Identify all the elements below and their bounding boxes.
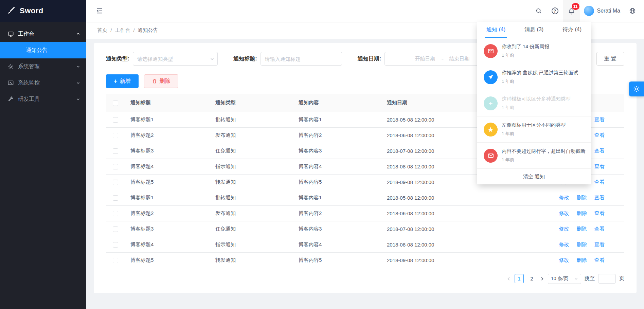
cell-title: 博客标题2 — [125, 127, 210, 143]
notification-badge: 11 — [572, 3, 579, 10]
view-link[interactable]: 查看 — [594, 116, 605, 122]
tab-notice[interactable]: 通知 (4) — [477, 22, 515, 38]
filter-type-label: 通知类型: — [106, 55, 129, 62]
notification-body: 这种模板可以区分多种通知类型 1 年前 — [502, 96, 588, 111]
cell-date: 2018-07-08 12:00:00 — [381, 221, 504, 237]
chevron-down-icon — [76, 97, 80, 101]
prev-page-icon[interactable] — [506, 276, 511, 281]
row-checkbox[interactable] — [113, 164, 118, 169]
notification-text: 你推荐的 曲妮妮 已通过第三轮面试 — [502, 70, 588, 76]
page-size-select[interactable]: 10 条/页 — [548, 274, 581, 284]
sidebar-item-label: 系统管理 — [18, 63, 40, 70]
view-link[interactable]: 查看 — [594, 179, 605, 185]
plus-glyph: + — [488, 100, 493, 107]
sidebar-item-system-mgmt[interactable]: 系统管理 — [0, 58, 86, 75]
cell-type: 发布通知 — [210, 127, 293, 143]
delete-link[interactable]: 删除 — [577, 257, 587, 263]
notification-item-read[interactable]: + 这种模板可以区分多种通知类型 1 年前 — [477, 90, 591, 116]
edit-link[interactable]: 修改 — [559, 226, 569, 232]
sidebar-item-notice-active[interactable]: 通知公告 — [0, 42, 86, 58]
view-link[interactable]: 查看 — [594, 226, 605, 232]
cell-content: 博客内容5 — [293, 174, 381, 190]
sidebar-item-dev-tools[interactable]: 研发工具 — [0, 91, 86, 107]
row-checkbox[interactable] — [113, 211, 118, 216]
view-link[interactable]: 查看 — [594, 257, 605, 263]
tab-todo[interactable]: 待办 (4) — [553, 22, 591, 38]
row-checkbox[interactable] — [113, 195, 118, 201]
notice-type-select-input[interactable] — [133, 52, 218, 66]
edit-link[interactable]: 修改 — [559, 210, 569, 216]
notification-item[interactable]: 你推荐的 曲妮妮 已通过第三轮面试 1 年前 — [477, 64, 591, 90]
page-number-1[interactable]: 1 — [515, 274, 524, 283]
breadcrumb-separator: / — [110, 28, 112, 33]
cell-content: 博客内容5 — [293, 252, 381, 268]
column-header-type: 通知类型 — [210, 94, 293, 112]
table-row: 博客标题5 转发通知 博客内容5 2018-09-08 12:00:00 修改 … — [106, 252, 624, 268]
jump-page-input[interactable] — [598, 274, 616, 284]
notification-time: 1 年前 — [502, 131, 588, 137]
notification-item[interactable]: 内容不要超过两行字，超出时自动截断 1 年前 — [477, 143, 591, 169]
breadcrumb-home[interactable]: 首页 — [97, 27, 107, 34]
sidebar-item-workbench[interactable]: 工作台 — [0, 26, 86, 42]
delete-link[interactable]: 删除 — [577, 195, 587, 200]
settings-fab-button[interactable] — [629, 81, 644, 96]
cell-type: 任免通知 — [210, 221, 293, 237]
add-button[interactable]: + 新增 — [106, 74, 139, 88]
table-row: 博客标题1 批转通知 博客内容1 2018-05-08 12:00:00 修改 … — [106, 190, 624, 205]
notice-type-select[interactable] — [133, 52, 218, 66]
page-size-value: 10 条/页 — [551, 276, 568, 282]
view-link[interactable]: 查看 — [594, 210, 605, 216]
view-link[interactable]: 查看 — [594, 148, 605, 153]
row-checkbox[interactable] — [113, 133, 118, 138]
delete-link[interactable]: 删除 — [577, 226, 587, 232]
help-button[interactable]: ? — [547, 0, 563, 22]
row-checkbox[interactable] — [113, 148, 118, 154]
page-number-2[interactable]: 2 — [527, 274, 536, 283]
tab-message[interactable]: 消息 (3) — [515, 22, 553, 38]
notification-item[interactable]: ★ 左侧图标用于区分不同的类型 1 年前 — [477, 116, 591, 143]
sidebar-item-label: 工作台 — [18, 31, 34, 38]
row-checkbox[interactable] — [113, 180, 118, 185]
clear-notifications-button[interactable]: 清空 通知 — [477, 169, 591, 184]
pagination: 1 2 10 条/页 — [106, 274, 624, 284]
search-button[interactable] — [531, 0, 547, 22]
delete-link[interactable]: 删除 — [577, 210, 587, 216]
logo[interactable]: Sword — [0, 0, 86, 22]
edit-link[interactable]: 修改 — [559, 195, 569, 200]
notification-item[interactable]: 你收到了 14 份新周报 1 年前 — [477, 38, 591, 64]
select-all-checkbox[interactable] — [113, 101, 118, 106]
language-button[interactable] — [624, 0, 641, 22]
user-menu[interactable]: Serati Ma — [580, 0, 624, 22]
view-link[interactable]: 查看 — [594, 241, 605, 247]
row-checkbox[interactable] — [113, 242, 118, 248]
view-link[interactable]: 查看 — [594, 132, 605, 138]
chevron-up-icon — [76, 32, 80, 36]
breadcrumb-workbench[interactable]: 工作台 — [115, 27, 130, 34]
next-page-icon[interactable] — [540, 276, 544, 281]
delete-link[interactable]: 删除 — [577, 241, 587, 247]
main-area: ? 11 Serati Ma — [86, 0, 644, 309]
view-link[interactable]: 查看 — [594, 195, 605, 200]
delete-button-label: 删除 — [160, 78, 171, 85]
reset-button[interactable]: 重 置 — [596, 52, 624, 66]
edit-link[interactable]: 修改 — [559, 257, 569, 263]
chevron-down-icon — [76, 65, 80, 69]
sidebar-item-label: 研发工具 — [18, 96, 40, 103]
sidebar-item-system-monitor[interactable]: 系统监控 — [0, 75, 86, 91]
cell-title: 博客标题4 — [125, 159, 210, 174]
row-checkbox[interactable] — [113, 226, 118, 232]
cell-content: 博客内容3 — [293, 143, 381, 159]
view-link[interactable]: 查看 — [594, 163, 605, 169]
notifications-button[interactable]: 11 — [563, 0, 580, 22]
delete-button[interactable]: 删除 — [144, 74, 178, 88]
cell-content: 博客内容2 — [293, 205, 381, 221]
cell-type: 批转通知 — [210, 190, 293, 205]
edit-link[interactable]: 修改 — [559, 241, 569, 247]
sidebar-collapse-icon[interactable] — [94, 5, 105, 17]
notice-title-input[interactable] — [261, 52, 342, 66]
jump-unit: 页 — [619, 275, 624, 282]
row-checkbox[interactable] — [113, 117, 118, 123]
column-header-content: 通知内容 — [293, 94, 381, 112]
row-checkbox[interactable] — [113, 258, 118, 263]
notification-time: 1 年前 — [502, 157, 588, 163]
